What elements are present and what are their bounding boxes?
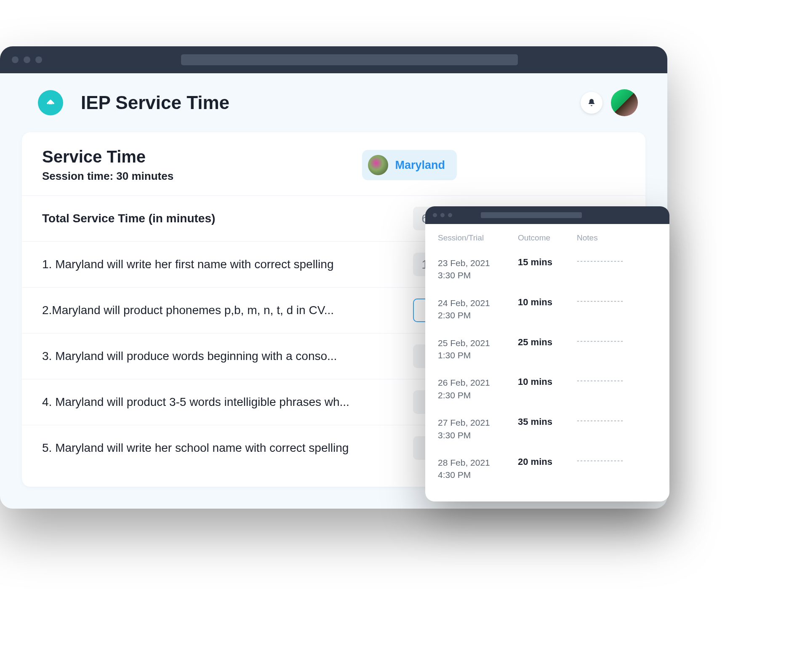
col-session-header: Session/Trial — [438, 233, 518, 243]
session-datetime: 27 Feb, 20213:30 PM — [438, 416, 518, 441]
goal-label: 4. Maryland will product 3-5 words intel… — [42, 395, 413, 409]
col-notes-header: Notes — [577, 233, 657, 243]
user-avatar[interactable] — [611, 89, 638, 116]
card-title: Service Time — [42, 147, 362, 166]
session-notes[interactable]: -------------- — [577, 456, 657, 465]
session-outcome: 10 mins — [518, 376, 577, 387]
session-row: 25 Feb, 20211:30 PM25 mins-------------- — [438, 329, 657, 369]
session-datetime: 23 Feb, 20213:30 PM — [438, 257, 518, 282]
session-notes[interactable]: -------------- — [577, 297, 657, 306]
session-notes[interactable]: -------------- — [577, 337, 657, 346]
page-title: IEP Service Time — [81, 92, 581, 113]
bell-icon — [586, 98, 597, 108]
app-header: IEP Service Time — [0, 73, 667, 132]
session-row: 23 Feb, 20213:30 PM15 mins-------------- — [438, 249, 657, 289]
session-subtitle: Session time: 30 minutes — [42, 170, 362, 183]
window-maximize-dot[interactable] — [35, 56, 42, 63]
session-outcome: 25 mins — [518, 337, 577, 348]
popup-minimize-dot[interactable] — [440, 213, 445, 217]
session-row: 28 Feb, 20214:30 PM20 mins-------------- — [438, 449, 657, 489]
goal-label: 5. Maryland will write her school name w… — [42, 441, 413, 455]
session-outcome: 10 mins — [518, 297, 577, 308]
card-header: Service Time Session time: 30 minutes Ma… — [22, 132, 645, 195]
goal-label: 2.Maryland will product phonemes p,b, m,… — [42, 304, 413, 317]
popup-column-headers: Session/Trial Outcome Notes — [438, 233, 657, 243]
popup-close-dot[interactable] — [433, 213, 437, 217]
col-outcome-header: Outcome — [518, 233, 577, 243]
session-datetime: 26 Feb, 20212:30 PM — [438, 376, 518, 401]
total-label: Total Service Time (in minutes) — [42, 212, 413, 225]
session-row: 27 Feb, 20213:30 PM35 mins-------------- — [438, 409, 657, 449]
window-minimize-dot[interactable] — [24, 56, 30, 63]
browser-titlebar — [0, 46, 667, 73]
session-row: 26 Feb, 20212:30 PM10 mins-------------- — [438, 369, 657, 409]
session-notes[interactable]: -------------- — [577, 416, 657, 425]
student-chip[interactable]: Maryland — [362, 150, 457, 180]
student-avatar — [368, 155, 388, 175]
session-datetime: 28 Feb, 20214:30 PM — [438, 456, 518, 481]
session-outcome: 15 mins — [518, 257, 577, 268]
popup-maximize-dot[interactable] — [448, 213, 452, 217]
session-notes[interactable]: -------------- — [577, 376, 657, 385]
session-datetime: 25 Feb, 20211:30 PM — [438, 337, 518, 362]
session-outcome: 20 mins — [518, 456, 577, 467]
notification-button[interactable] — [581, 92, 602, 114]
sessions-popup: Session/Trial Outcome Notes 23 Feb, 2021… — [425, 206, 669, 501]
popup-url-bar[interactable] — [481, 212, 582, 218]
session-notes[interactable]: -------------- — [577, 257, 657, 266]
logo-icon[interactable] — [38, 90, 63, 115]
session-outcome: 35 mins — [518, 416, 577, 427]
session-datetime: 24 Feb, 20212:30 PM — [438, 297, 518, 322]
student-name: Maryland — [395, 159, 445, 172]
session-row: 24 Feb, 20212:30 PM10 mins-------------- — [438, 289, 657, 329]
goal-label: 1. Maryland will write her first name wi… — [42, 258, 413, 271]
popup-titlebar — [425, 206, 669, 224]
goal-label: 3. Maryland will produce words beginning… — [42, 349, 413, 363]
traffic-light-group — [12, 56, 42, 63]
window-close-dot[interactable] — [12, 56, 19, 63]
url-bar[interactable] — [181, 54, 518, 65]
